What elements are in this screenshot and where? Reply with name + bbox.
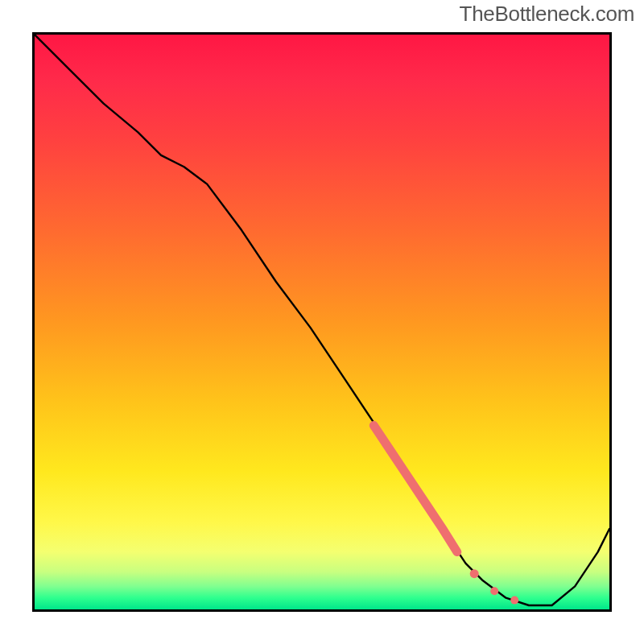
- chart-root: TheBottleneck.com: [0, 0, 644, 644]
- highlight-dot: [490, 587, 498, 595]
- highlight-dot: [470, 569, 479, 578]
- plot-frame: [32, 32, 612, 612]
- highlight-dot: [510, 597, 518, 605]
- highlight-dots: [470, 569, 519, 604]
- highlight-segment: [374, 426, 457, 552]
- curve-layer: [35, 35, 609, 609]
- bottleneck-curve-line: [35, 35, 609, 605]
- watermark-text: TheBottleneck.com: [460, 2, 634, 27]
